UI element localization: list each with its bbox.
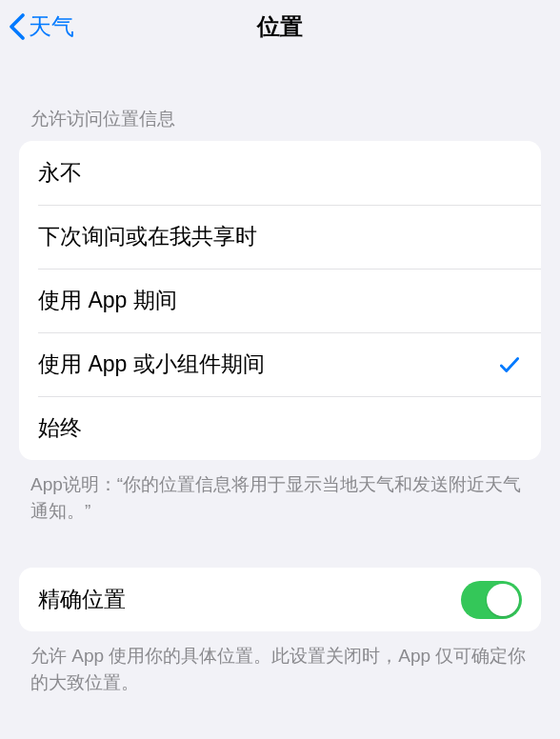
option-always[interactable]: 始终 — [19, 396, 541, 460]
precise-location-toggle[interactable] — [461, 581, 522, 619]
option-label: 下次询问或在我共享时 — [38, 222, 257, 251]
navbar: 天气 位置 — [0, 0, 560, 53]
back-button[interactable]: 天气 — [8, 11, 74, 42]
precise-location-row: 精确位置 — [19, 568, 541, 631]
option-label: 永不 — [38, 158, 82, 188]
section-footer-app-explanation: App说明：“你的位置信息将用于显示当地天气和发送附近天气通知。” — [0, 460, 560, 524]
location-access-group: 永不 下次询问或在我共享时 使用 App 期间 使用 App 或小组件期间 始终 — [19, 141, 541, 460]
option-never[interactable]: 永不 — [19, 141, 541, 205]
option-label: 使用 App 或小组件期间 — [38, 350, 265, 379]
section-header-location-access: 允许访问位置信息 — [0, 53, 560, 141]
back-label: 天气 — [29, 11, 74, 42]
page-title: 位置 — [257, 11, 303, 42]
chevron-left-icon — [8, 12, 27, 41]
option-ask-next-time[interactable]: 下次询问或在我共享时 — [19, 205, 541, 269]
precise-location-label: 精确位置 — [38, 585, 126, 614]
precise-location-group: 精确位置 — [19, 568, 541, 631]
section-footer-precise: 允许 App 使用你的具体位置。此设置关闭时，App 仅可确定你的大致位置。 — [0, 631, 560, 695]
option-while-using-app-or-widgets[interactable]: 使用 App 或小组件期间 — [19, 332, 541, 396]
option-label: 始终 — [38, 413, 82, 443]
option-label: 使用 App 期间 — [38, 286, 177, 315]
option-while-using-app[interactable]: 使用 App 期间 — [19, 269, 541, 332]
checkmark-icon — [497, 352, 522, 377]
